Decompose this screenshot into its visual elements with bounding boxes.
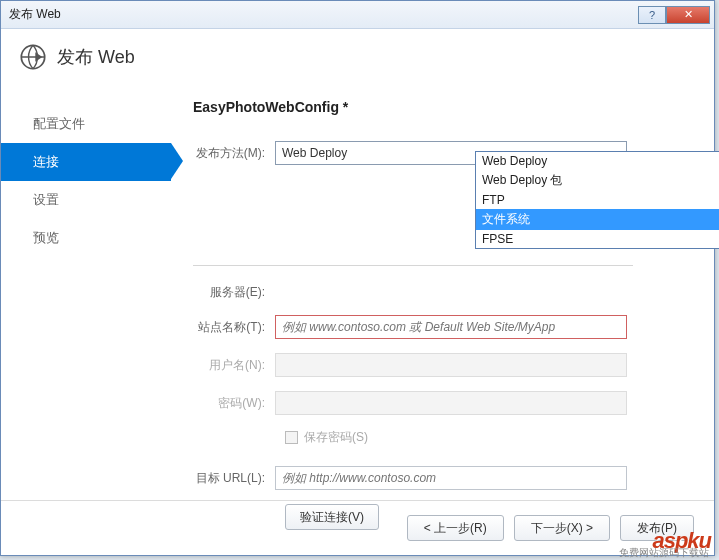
sitename-input[interactable] (275, 315, 627, 339)
password-input[interactable] (275, 391, 627, 415)
dialog-header: 发布 Web (1, 29, 714, 81)
watermark-subtitle: 免费网站源码下载站 (619, 546, 709, 560)
dialog-footer: < 上一步(R) 下一步(X) > 发布(P) (1, 500, 714, 541)
dropdown-option-web-deploy[interactable]: Web Deploy (476, 152, 719, 170)
config-name: EasyPhotoWebConfig * (193, 99, 684, 115)
sidebar-item-settings[interactable]: 设置 (1, 181, 171, 219)
globe-publish-icon (19, 43, 47, 71)
dropdown-option-fpse[interactable]: FPSE (476, 230, 719, 248)
help-button[interactable]: ? (638, 6, 666, 24)
desturl-label: 目标 URL(L): (193, 470, 275, 487)
username-input[interactable] (275, 353, 627, 377)
sidebar-item-connection[interactable]: 连接 (1, 143, 171, 181)
form-area: EasyPhotoWebConfig * 发布方法(M): Web Deploy… (171, 81, 714, 530)
divider (193, 265, 633, 266)
sidebar-item-preview[interactable]: 预览 (1, 219, 171, 257)
server-label: 服务器(E): (193, 284, 275, 301)
dropdown-option-ftp[interactable]: FTP (476, 191, 719, 209)
publish-method-dropdown: Web Deploy Web Deploy 包 FTP 文件系统 FPSE (475, 151, 719, 249)
publish-method-label: 发布方法(M): (193, 145, 275, 162)
next-button[interactable]: 下一步(X) > (514, 515, 610, 541)
titlebar: 发布 Web ? ✕ (1, 1, 714, 29)
close-button[interactable]: ✕ (666, 6, 710, 24)
publish-web-dialog: 发布 Web ? ✕ 发布 Web 配置文件 连接 设置 预览 EasyPhot… (0, 0, 715, 556)
password-label: 密码(W): (193, 395, 275, 412)
save-password-checkbox[interactable] (285, 431, 298, 444)
dropdown-option-filesystem[interactable]: 文件系统 (476, 209, 719, 230)
desturl-input[interactable] (275, 466, 627, 490)
dropdown-option-web-deploy-package[interactable]: Web Deploy 包 (476, 170, 719, 191)
publish-method-value: Web Deploy (282, 146, 347, 160)
save-password-label: 保存密码(S) (304, 429, 368, 446)
username-label: 用户名(N): (193, 357, 275, 374)
sidebar-item-profile[interactable]: 配置文件 (1, 105, 171, 143)
previous-button[interactable]: < 上一步(R) (407, 515, 504, 541)
titlebar-title: 发布 Web (9, 6, 638, 23)
sitename-label: 站点名称(T): (193, 319, 275, 336)
dialog-title: 发布 Web (57, 45, 135, 69)
wizard-sidebar: 配置文件 连接 设置 预览 (1, 81, 171, 530)
